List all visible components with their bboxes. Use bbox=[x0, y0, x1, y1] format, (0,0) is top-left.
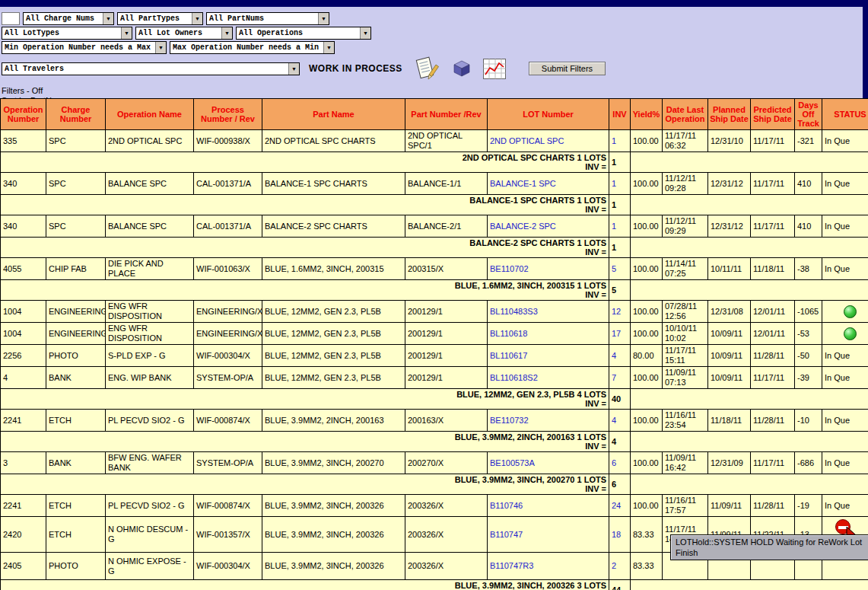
cell-predicted-ship-date: 11/28/11 bbox=[751, 495, 795, 517]
chevron-down-icon[interactable]: ▼ bbox=[323, 42, 334, 53]
cell-charge-number: CHIP FAB bbox=[46, 258, 106, 280]
chevron-down-icon[interactable]: ▼ bbox=[103, 13, 113, 24]
charge-nums-select[interactable]: All Charge Nums ▼ bbox=[23, 12, 114, 25]
group-summary-label: BLUE, 3.9MM2, 3INCH, 200270 1 LOTSINV = bbox=[1, 474, 609, 495]
cell-yield: 100.00 bbox=[631, 410, 663, 432]
col-header-date-last-operation: Date Last Operation bbox=[663, 99, 708, 130]
cell-lot-number: BL110483S3 bbox=[488, 301, 609, 323]
chevron-down-icon[interactable]: ▼ bbox=[360, 27, 370, 39]
operations-value: All Operations bbox=[237, 27, 360, 39]
col-header-inv: INV bbox=[609, 99, 631, 130]
lot-cube-icon[interactable] bbox=[453, 59, 471, 78]
inv-link[interactable]: 4 bbox=[612, 351, 616, 360]
cell-part-name: BALANCE-2 SPC CHARTS bbox=[262, 215, 405, 238]
cell-operation-name: BALANCE SPC bbox=[106, 173, 194, 195]
cell-planned-ship-date: 12/31/12 bbox=[708, 173, 751, 195]
lot-number-link[interactable]: 2ND OPTICAL SPC bbox=[490, 136, 564, 145]
part-types-value: All PartTypes bbox=[118, 13, 192, 24]
filter-row-1: All Charge Nums ▼ All PartTypes ▼ All Pa… bbox=[2, 12, 863, 25]
cell-planned-ship-date: 12/31/10 bbox=[708, 130, 751, 152]
chevron-down-icon[interactable]: ▼ bbox=[192, 13, 202, 24]
wip-chart-icon[interactable] bbox=[483, 59, 506, 79]
cell-part-number-rev: 200326/X bbox=[405, 517, 488, 553]
lot-owners-select[interactable]: All Lot Owners ▼ bbox=[135, 27, 233, 40]
inv-link[interactable]: 7 bbox=[612, 373, 616, 382]
cell-planned-ship-date: 10/09/11 bbox=[708, 323, 751, 345]
cell-operation-name: DIE PICK AND PLACE bbox=[106, 258, 194, 280]
cell-part-number-rev: 200270/X bbox=[405, 452, 488, 474]
cell-inv: 1 bbox=[609, 173, 631, 195]
cell-lot-number: B110747 bbox=[488, 517, 609, 553]
wip-report-icon[interactable] bbox=[413, 56, 440, 81]
inv-link[interactable]: 17 bbox=[612, 329, 621, 338]
cell-process-number-rev: SYSTEM-OP/A bbox=[194, 367, 262, 389]
operations-select[interactable]: All Operations ▼ bbox=[236, 27, 371, 40]
cell-predicted-ship-date: 11/17/11 bbox=[751, 367, 795, 389]
inv-link[interactable]: 4 bbox=[612, 416, 616, 425]
lot-number-link[interactable]: BALANCE-1 SPC bbox=[490, 179, 556, 188]
cell-planned-ship-date: 11/09/11 bbox=[708, 495, 751, 517]
inv-link[interactable]: 6 bbox=[612, 458, 616, 467]
lot-number-link[interactable]: BE100573A bbox=[490, 458, 535, 467]
cell-operation-number: 1004 bbox=[1, 323, 46, 345]
inv-link[interactable]: 12 bbox=[612, 307, 621, 316]
inv-link[interactable]: 1 bbox=[612, 222, 616, 231]
part-nums-select[interactable]: All PartNums ▼ bbox=[206, 12, 329, 25]
lot-running-icon[interactable] bbox=[844, 305, 857, 318]
lot-number-link[interactable]: B110747 bbox=[490, 530, 523, 539]
chevron-down-icon[interactable]: ▼ bbox=[318, 13, 329, 24]
chevron-down-icon[interactable]: ▼ bbox=[155, 42, 166, 53]
inv-link[interactable]: 18 bbox=[612, 530, 621, 539]
part-types-select[interactable]: All PartTypes ▼ bbox=[117, 12, 203, 25]
inv-link[interactable]: 1 bbox=[612, 179, 616, 188]
cell-charge-number: ETCH bbox=[46, 495, 106, 517]
filter-row-4: All Travelers ▼ WORK IN PROCESS bbox=[2, 56, 863, 81]
quick-search-input[interactable] bbox=[2, 12, 20, 25]
col-header-part-number-rev: Part Number /Rev bbox=[405, 99, 488, 130]
cell-yield: 100.00 bbox=[631, 173, 663, 195]
cell-process-number-rev: SYSTEM-OP/A bbox=[194, 452, 262, 474]
cell-operation-number: 2241 bbox=[1, 410, 46, 432]
lot-number-link[interactable]: BL110617 bbox=[490, 351, 527, 360]
group-inv-total: 1 bbox=[609, 195, 631, 215]
inv-link[interactable]: 2 bbox=[612, 561, 616, 570]
col-header-lot-number: LOT Number bbox=[488, 99, 609, 130]
table-row: 3BANKBFW ENG. WAFER BANKSYSTEM-OP/ABLUE,… bbox=[1, 452, 868, 474]
min-operation-select[interactable]: Min Operation Number needs a Max ▼ bbox=[2, 41, 167, 54]
chevron-down-icon[interactable]: ▼ bbox=[288, 63, 299, 75]
lot-number-link[interactable]: BL110618 bbox=[490, 329, 527, 338]
table-row: 2241ETCHPL PECVD SIO2 - GWIF-000874/XBLU… bbox=[1, 410, 868, 432]
cell-operation-name: BFW ENG. WAFER BANK bbox=[106, 452, 194, 474]
cell-part-number-rev: 200129/1 bbox=[405, 345, 488, 367]
table-row: 2256PHOTOS-PLD EXP - GWIF-000304/XBLUE, … bbox=[1, 345, 868, 367]
wip-table-body: 335SPC2ND OPTICAL SPCWIF-000938/X2ND OPT… bbox=[1, 130, 868, 590]
lot-number-link[interactable]: B110747R3 bbox=[490, 561, 533, 570]
cell-yield: 100.00 bbox=[631, 301, 663, 323]
cell-predicted-ship-date: 11/17/11 bbox=[751, 173, 795, 195]
cell-predicted-ship-date: 11/17/11 bbox=[751, 452, 795, 474]
cell-charge-number: ETCH bbox=[46, 410, 106, 432]
lot-number-link[interactable]: B110746 bbox=[490, 501, 523, 510]
col-header-planned-ship-date: Planned Ship Date bbox=[708, 99, 751, 130]
lot-number-link[interactable]: BL110483S3 bbox=[490, 307, 538, 316]
lot-types-select[interactable]: All LotTypes ▼ bbox=[2, 27, 132, 40]
group-summary-spacer bbox=[631, 389, 868, 410]
cell-operation-number: 2241 bbox=[1, 495, 46, 517]
lot-running-icon[interactable] bbox=[844, 327, 857, 340]
submit-filters-button[interactable]: Submit Filters bbox=[529, 62, 606, 75]
lot-number-link[interactable]: BE110702 bbox=[490, 264, 529, 273]
cell-lot-number: BE110702 bbox=[488, 258, 609, 280]
max-operation-select[interactable]: Max Operation Number needs a Min ▼ bbox=[170, 41, 335, 54]
lot-number-link[interactable]: BALANCE-2 SPC bbox=[490, 222, 556, 231]
inv-link[interactable]: 5 bbox=[612, 264, 616, 273]
lot-number-link[interactable]: BE110732 bbox=[490, 416, 529, 425]
inv-link[interactable]: 24 bbox=[612, 501, 621, 510]
table-row: 340SPCBALANCE SPCCAL-001371/ABALANCE-1 S… bbox=[1, 173, 868, 195]
travelers-value: All Travelers bbox=[2, 63, 288, 75]
chevron-down-icon[interactable]: ▼ bbox=[221, 27, 232, 39]
travelers-select[interactable]: All Travelers ▼ bbox=[2, 62, 300, 75]
group-inv-total: 40 bbox=[609, 389, 631, 410]
inv-link[interactable]: 1 bbox=[612, 136, 616, 145]
chevron-down-icon[interactable]: ▼ bbox=[121, 27, 132, 39]
lot-number-link[interactable]: BL110618S2 bbox=[490, 373, 538, 382]
